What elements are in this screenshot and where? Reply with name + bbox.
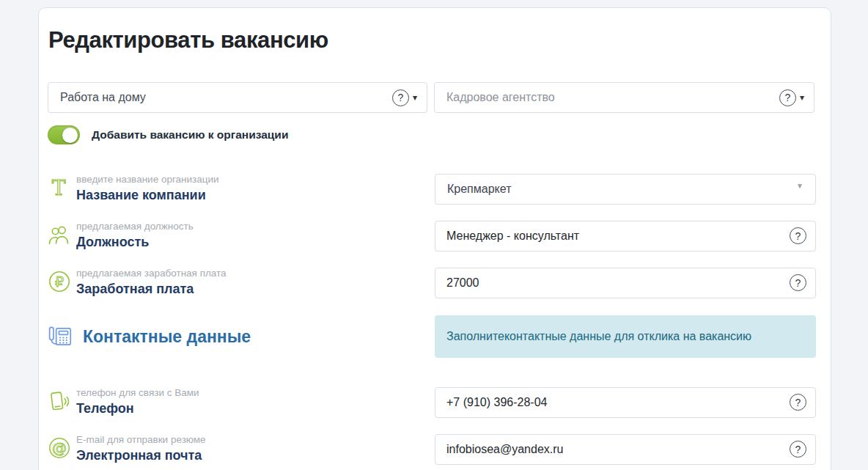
company-select[interactable]: Крепмаркет ▼ — [435, 174, 816, 205]
position-hint: предлагаемая должность — [76, 221, 194, 232]
work-format-dropdown[interactable]: Работа на дому ? ▾ — [48, 82, 427, 113]
edit-vacancy-card: Редактировать вакансию Работа на дому ? … — [38, 7, 831, 470]
chevron-down-icon[interactable]: ▾ — [413, 92, 417, 103]
phone-hint: телефон для связи с Вами — [76, 387, 199, 398]
work-format-value: Работа на дому — [60, 91, 392, 104]
company-name-row: T введите название организации Название … — [48, 174, 814, 205]
select-caret-icon: ▼ — [796, 182, 803, 190]
help-icon[interactable]: ? — [790, 394, 806, 411]
company-select-value: Крепмаркет — [447, 183, 511, 196]
toggle-label: Добавить вакансию к организации — [92, 128, 288, 142]
ruble-icon: ₽ — [48, 270, 73, 293]
fax-phone-icon — [48, 324, 77, 349]
contact-section-header: Контактные данные Заполнитеконтактные да… — [48, 315, 814, 358]
mobile-phone-icon — [48, 389, 73, 413]
email-label: Электронная почта — [76, 448, 206, 463]
letter-t-icon: T — [48, 176, 73, 199]
at-sign-icon: @ — [48, 436, 73, 460]
company-name-hint: введите название организации — [76, 174, 219, 185]
position-row: предлагаемая должность Должность ? — [48, 221, 814, 251]
position-label: Должность — [76, 235, 194, 249]
email-hint: E-mail для отправки резюме — [76, 434, 206, 445]
people-icon — [48, 224, 73, 246]
email-input[interactable] — [435, 434, 816, 465]
salary-hint: предлагаемая заработная плата — [76, 268, 227, 279]
help-icon[interactable]: ? — [790, 441, 806, 458]
top-dropdowns-row: Работа на дому ? ▾ Кадровое агентство ? … — [48, 82, 814, 113]
salary-label: Заработная плата — [76, 282, 227, 296]
svg-text:₽: ₽ — [55, 273, 64, 290]
help-icon[interactable]: ? — [779, 89, 796, 106]
help-icon[interactable]: ? — [392, 89, 409, 106]
add-to-organization-toggle[interactable] — [48, 125, 80, 144]
email-row: @ E-mail для отправки резюме Электронная… — [48, 434, 814, 465]
salary-input[interactable] — [435, 268, 816, 298]
agency-placeholder: Кадровое агентство — [446, 91, 779, 104]
page-title: Редактировать вакансию — [48, 27, 814, 54]
company-name-label: Название компании — [76, 188, 219, 202]
agency-dropdown[interactable]: Кадровое агентство ? ▾ — [434, 82, 814, 113]
toggle-knob — [62, 128, 78, 143]
add-to-organization-row: Добавить вакансию к организации — [48, 125, 814, 144]
salary-row: ₽ предлагаемая заработная плата Заработн… — [48, 268, 814, 298]
contact-section-title: Контактные данные — [83, 327, 251, 347]
svg-text:T: T — [52, 176, 66, 199]
position-input[interactable] — [435, 221, 816, 251]
phone-input[interactable] — [435, 387, 816, 418]
help-icon[interactable]: ? — [790, 227, 806, 244]
help-icon[interactable]: ? — [790, 274, 806, 291]
svg-text:@: @ — [52, 439, 67, 457]
phone-label: Телефон — [76, 401, 199, 416]
phone-row: телефон для связи с Вами Телефон ? — [48, 387, 814, 418]
contact-notice: Заполнитеконтактные данные для отклика н… — [435, 315, 816, 358]
chevron-down-icon[interactable]: ▾ — [800, 92, 804, 103]
